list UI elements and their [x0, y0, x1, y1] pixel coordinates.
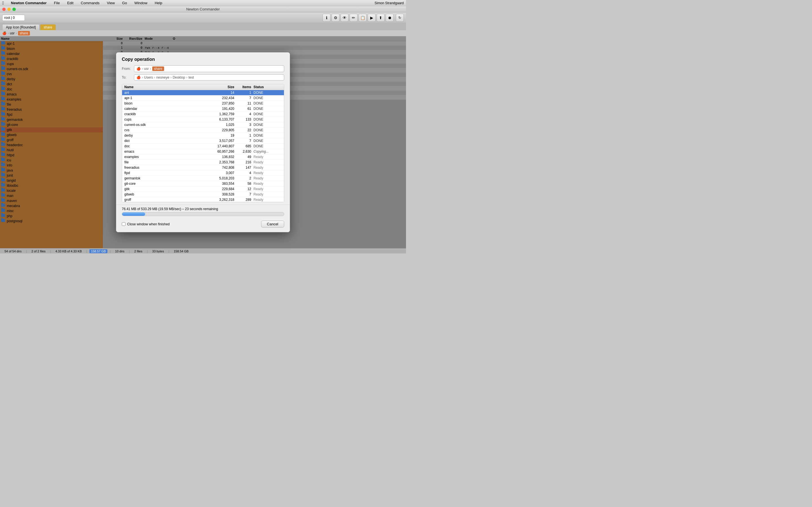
copy-table-row[interactable]: gitweb 308,528 7 Ready [122, 192, 284, 197]
copy-table-row[interactable]: file 2,353,768 216 Ready [122, 160, 284, 165]
copy-table-row[interactable]: emacs 60,957,266 2,630 Copying... [122, 149, 284, 154]
row-status: DONE [253, 112, 282, 116]
view-button[interactable]: 👁 [341, 14, 349, 22]
copy-table-row[interactable]: freeradius 742,808 147 Ready [122, 165, 284, 170]
to-path-box[interactable]: 🍎 › Users › neoneye › Desktop › test [134, 74, 284, 80]
up-button[interactable]: ⬆ [377, 14, 385, 22]
menu-commands[interactable]: Commands [80, 1, 101, 5]
tab-share[interactable]: share [40, 24, 56, 30]
menu-app[interactable]: Newton Commander [10, 1, 48, 5]
settings-button[interactable]: ⚙ [332, 14, 340, 22]
main-area: Name apr-1 bison calendar cracklib cups … [0, 36, 406, 248]
row-items: 58 [237, 182, 253, 186]
copy-table-row[interactable]: groff 3,262,318 289 Ready [122, 197, 284, 202]
row-status: DONE [253, 96, 282, 100]
copy-table-row[interactable]: examples 136,832 49 Ready [122, 154, 284, 160]
tab-app-icon[interactable]: App Icon [Rounded] [2, 24, 40, 30]
status-bytes: 33 bytes [150, 249, 166, 253]
bc-usr[interactable]: usr [10, 31, 15, 35]
row-items: 685 [237, 144, 253, 148]
row-name: dict [124, 139, 211, 143]
progress-bar-bg [122, 212, 284, 216]
row-name: freeradius [124, 166, 211, 170]
row-size: 383,554 [211, 182, 237, 186]
menu-window[interactable]: Window [133, 1, 149, 5]
copy-table-row[interactable]: bison 237,850 11 DONE [122, 101, 284, 106]
row-items: 49 [237, 155, 253, 159]
to-bc-desktop: Desktop [172, 75, 185, 79]
row-name: emacs [124, 150, 211, 154]
copy-table-row[interactable]: git-core 383,554 58 Ready [122, 181, 284, 186]
row-items: 2,630 [237, 150, 253, 154]
copy-table-row[interactable]: apr-1 232,434 7 DONE [122, 96, 284, 101]
copy-table-row[interactable]: derby 19 1 DONE [122, 133, 284, 138]
copy-table-row[interactable]: cracklib 1,362,759 4 DONE [122, 112, 284, 117]
row-size: 232,434 [211, 96, 237, 100]
dt-size-header: Size [211, 85, 237, 89]
row-name: doc [124, 144, 211, 148]
row-status: DONE [253, 117, 282, 121]
copy-table-row[interactable]: calendar 191,420 61 DONE [122, 106, 284, 112]
status-dirs: 54 of 54 dirs [2, 249, 24, 253]
bc-apple[interactable]: 🍎 [2, 31, 6, 35]
record-button[interactable]: ⏺ [386, 14, 394, 22]
copy-button[interactable]: 📋 [359, 14, 366, 22]
row-items: 4 [237, 171, 253, 175]
refresh-button[interactable]: ↻ [396, 14, 404, 22]
copy-table-row[interactable]: gitk 229,684 12 Ready [122, 186, 284, 192]
progress-area: 76.41 MB of 533.29 MB (19.59 MB/sec) – 2… [116, 205, 290, 218]
menu-go[interactable]: Go [121, 1, 128, 5]
row-status: Ready [253, 198, 282, 202]
path-dropdown[interactable]: root | 0 [2, 15, 25, 21]
copy-table-row[interactable]: dict 3,517,057 7 DONE [122, 138, 284, 144]
edit-button[interactable]: ✏ [350, 14, 357, 22]
row-status: DONE [253, 144, 282, 148]
menu-edit[interactable]: Edit [66, 1, 75, 5]
menubar-user: Simon Strandgaard [375, 1, 404, 5]
row-size: 1,025 [211, 123, 237, 127]
copy-table-row[interactable]: current-os.sdk 1,025 3 DONE [122, 122, 284, 128]
row-size: 229,684 [211, 187, 237, 191]
info-button[interactable]: ℹ [322, 14, 331, 22]
minimize-button[interactable] [7, 8, 11, 11]
row-size: 191,420 [211, 107, 237, 111]
close-button[interactable] [2, 8, 6, 11]
menu-help[interactable]: Help [153, 1, 164, 5]
dt-name-header: Name [124, 85, 211, 89]
row-status: Ready [253, 160, 282, 164]
menu-file[interactable]: File [52, 1, 61, 5]
status-files2: 2 files [132, 249, 145, 253]
maximize-button[interactable] [12, 8, 16, 11]
copy-table-header: Name Size Items Status [122, 84, 284, 90]
apple-menu[interactable]:  [2, 1, 4, 6]
row-size: 1,362,759 [211, 112, 237, 116]
close-when-done-checkbox[interactable] [122, 222, 125, 226]
copy-table-row[interactable]: cvs 229,805 22 DONE [122, 128, 284, 133]
row-size: 308,528 [211, 192, 237, 196]
status-size2: 158.54 GB [171, 249, 191, 253]
copy-table: Name Size Items Status ant 14 1 DONE apr… [122, 84, 284, 202]
copy-table-row[interactable]: cups 6,133,707 133 DONE [122, 117, 284, 122]
run-button[interactable]: ▶ [368, 14, 375, 22]
toolbar-buttons: ℹ ⚙ 👁 ✏ 📋 ▶ ⬆ ⏺ [322, 14, 394, 22]
row-status: Copying... [253, 150, 282, 154]
to-bc-users: Users [144, 75, 153, 79]
copy-table-row[interactable]: germantok 5,018,203 2 Ready [122, 176, 284, 181]
row-items: 3 [237, 123, 253, 127]
copy-table-row[interactable]: doc 17,440,807 685 DONE [122, 144, 284, 149]
copy-table-row[interactable]: ant 14 1 DONE [122, 90, 284, 96]
row-items: 61 [237, 107, 253, 111]
menu-view[interactable]: View [105, 1, 116, 5]
row-items: 147 [237, 166, 253, 170]
cancel-button[interactable]: Cancel [261, 221, 284, 228]
row-items: 1 [237, 91, 253, 95]
row-status: DONE [253, 128, 282, 132]
copy-table-row[interactable]: ftpd 3,007 4 Ready [122, 170, 284, 176]
from-path-box: 🍎 › usr › share [134, 65, 284, 72]
bc-share[interactable]: share [18, 31, 30, 36]
row-items: 7 [237, 192, 253, 196]
toolbar: root | 0 ℹ ⚙ 👁 ✏ 📋 ▶ ⬆ ⏺ ↻ [0, 12, 406, 23]
row-size: 60,957,266 [211, 150, 237, 154]
row-status: DONE [253, 91, 282, 95]
menubar-right: Simon Strandgaard [375, 1, 404, 5]
